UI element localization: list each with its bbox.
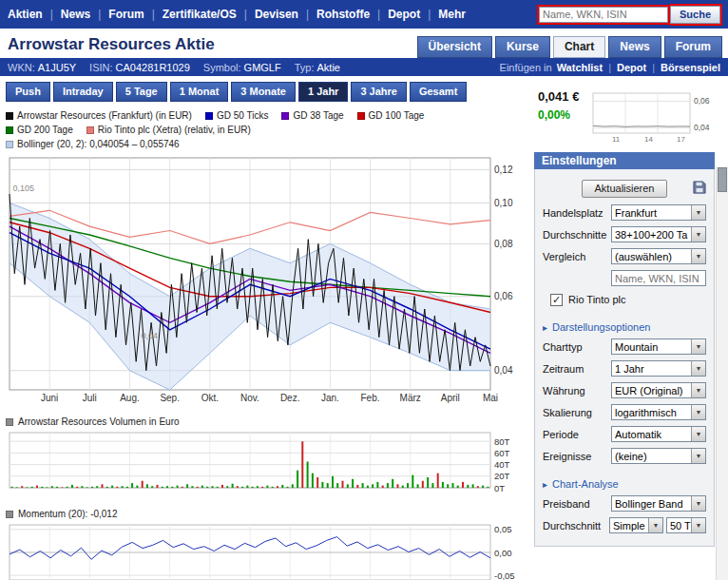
ereignisse-select[interactable]: (keine) ▼	[611, 448, 706, 464]
section-darstellungsoptionen[interactable]: ▸ Darstellungsoptionen	[535, 310, 714, 336]
range-tabs: Push Intraday 5 Tage 1 Monat 3 Monate 1 …	[6, 82, 530, 102]
dropdown-arrow-icon: ▼	[691, 383, 705, 397]
field-periode: Periode Automatik ▼	[535, 423, 714, 445]
update-button[interactable]: Aktualisieren	[582, 180, 668, 198]
durchschnitte-select[interactable]: 38+100+200 Ta ▼	[611, 226, 706, 242]
range-tab-push[interactable]: Push	[6, 82, 50, 102]
settings-header: Einstellungen	[534, 152, 715, 169]
momentum-chart: 0,050,00-0,05	[4, 521, 528, 580]
nav-item-mehr[interactable]: Mehr	[420, 8, 466, 21]
range-tab-3-jahre[interactable]: 3 Jahre	[351, 82, 407, 102]
chart-column: Push Intraday 5 Tage 1 Monat 3 Monate 1 …	[0, 76, 530, 580]
svg-text:17: 17	[677, 135, 685, 143]
dropdown-arrow-icon: ▼	[691, 361, 705, 376]
durchschnitt-period-select[interactable]: 50 T ▼	[666, 517, 706, 533]
vergleich-select[interactable]: (auswählen) ▼	[611, 248, 706, 264]
page-title: Arrowstar Resources Aktie	[8, 35, 215, 58]
svg-text:0,04: 0,04	[694, 123, 710, 132]
nav-item-devisen[interactable]: Devisen	[237, 8, 298, 21]
compare-checkbox[interactable]: ✓	[550, 294, 563, 306]
field-compare-input	[535, 267, 714, 289]
svg-text:0,00: 0,00	[494, 548, 512, 558]
save-icon[interactable]	[693, 181, 706, 198]
top-navigation: Aktien News Forum Zertifikate/OS Devisen…	[0, 0, 728, 29]
range-tab-1-jahr[interactable]: 1 Jahr	[298, 82, 348, 102]
periode-select[interactable]: Automatik ▼	[611, 426, 706, 442]
tab-kurse[interactable]: Kurse	[495, 36, 550, 58]
momentum-chart-title: Momentum (20): -0,012	[6, 509, 530, 519]
search-highlight-annotation	[537, 5, 670, 25]
search-input[interactable]	[539, 7, 668, 23]
field-ereignisse: Ereignisse (keine) ▼	[535, 445, 714, 467]
nav-search: Suche	[537, 4, 722, 26]
momentum-swatch-icon	[6, 511, 13, 518]
legend-gd100: GD 100 Tage	[357, 110, 425, 121]
range-tab-intraday[interactable]: Intraday	[53, 82, 113, 102]
link-depot[interactable]: Depot	[603, 62, 646, 73]
nav-item-depot[interactable]: Depot	[370, 8, 420, 21]
tab-uebersicht[interactable]: Übersicht	[417, 36, 492, 58]
search-button-highlight-annotation: Suche	[670, 4, 722, 26]
dropdown-arrow-icon: ▼	[691, 427, 705, 441]
legend-arrowstar: Arrowstar Resources (Frankfurt) (in EUR)	[6, 110, 192, 121]
instrument-info-bar: WKN:A1JU5Y ISIN:CA04281R1029 Symbol:GMGL…	[0, 58, 728, 76]
watchlist-links: Einfügen in Watchlist Depot Börsenspiel	[500, 62, 720, 73]
svg-text:20T: 20T	[494, 471, 510, 481]
settings-panel: Aktualisieren Handelsplatz Frankfurt ▼	[534, 169, 715, 547]
sidebar-scrollbar[interactable]	[716, 166, 728, 580]
legend-rio-tinto: Rio Tinto plc (Xetra) (relativ, in EUR)	[86, 125, 251, 135]
svg-text:Aug.: Aug.	[120, 393, 140, 403]
range-tab-3-monate[interactable]: 3 Monate	[231, 82, 296, 102]
handelsplatz-select[interactable]: Frankfurt ▼	[611, 204, 706, 221]
legend-bollinger: Bollinger (20, 2): 0,040054 – 0,055746	[6, 139, 180, 149]
svg-text:11: 11	[612, 135, 621, 143]
svg-text:0,08: 0,08	[494, 239, 513, 249]
gd100-swatch-icon	[357, 112, 365, 120]
dropdown-arrow-icon: ▼	[691, 518, 705, 532]
charttyp-select[interactable]: Mountain ▼	[611, 338, 706, 355]
dropdown-arrow-icon: ▼	[691, 449, 705, 463]
svg-text:14: 14	[644, 135, 653, 143]
nav-item-rohstoffe[interactable]: Rohstoffe	[298, 8, 370, 21]
section-chart-analyse[interactable]: ▸ Chart-Analyse	[535, 467, 714, 493]
legend-gd50: GD 50 Ticks	[205, 110, 268, 121]
gd200-swatch-icon	[6, 126, 13, 134]
nav-item-forum[interactable]: Forum	[90, 8, 144, 21]
field-skalierung: Skalierung logarithmisch ▼	[535, 401, 714, 423]
zeitraum-select[interactable]: 1 Jahr ▼	[611, 360, 706, 377]
dropdown-arrow-icon: ▼	[648, 518, 662, 532]
svg-text:April: April	[441, 393, 460, 403]
wkn-pair: WKN:A1JU5Y	[8, 62, 76, 73]
durchschnitt-type-select[interactable]: Simple ▼	[609, 517, 663, 533]
search-button[interactable]: Suche	[670, 6, 720, 24]
preisband-select[interactable]: Bollinger Band ▼	[611, 495, 706, 512]
quote-block: 0,041 € 0,00% 0,060,04111417	[530, 76, 728, 145]
svg-text:60T: 60T	[494, 448, 510, 458]
waehrung-select[interactable]: EUR (Original) ▼	[611, 382, 706, 398]
scrollbar-thumb[interactable]	[718, 167, 727, 192]
compare-input[interactable]	[611, 270, 706, 286]
field-durchschnitte: Durchschnitte 38+100+200 Ta ▼	[535, 223, 714, 245]
dropdown-arrow-icon: ▼	[691, 227, 705, 242]
nav-item-zertifikate[interactable]: Zertifikate/OS	[144, 8, 237, 21]
nav-item-aktien[interactable]: Aktien	[8, 8, 43, 21]
link-boersenspiel[interactable]: Börsenspiel	[646, 62, 720, 73]
nav-item-news[interactable]: News	[43, 8, 90, 21]
svg-text:0,06: 0,06	[694, 96, 710, 106]
range-tab-5-tage[interactable]: 5 Tage	[116, 82, 167, 102]
tab-chart[interactable]: Chart	[553, 36, 605, 58]
isin-pair: ISIN:CA04281R1029	[89, 62, 190, 73]
skalierung-select[interactable]: logarithmisch ▼	[611, 404, 706, 420]
tab-news[interactable]: News	[608, 36, 661, 58]
range-tab-1-monat[interactable]: 1 Monat	[170, 82, 229, 102]
svg-text:Jan.: Jan.	[321, 393, 339, 403]
svg-text:0,06: 0,06	[494, 291, 513, 301]
tab-forum[interactable]: Forum	[664, 36, 722, 58]
volume-swatch-icon	[6, 418, 13, 426]
arrowstar-swatch-icon	[6, 112, 13, 120]
symbol-pair: Symbol:GMGLF	[203, 62, 281, 73]
svg-text:Sep.: Sep.	[160, 393, 180, 403]
link-watchlist[interactable]: Watchlist	[557, 62, 603, 73]
range-tab-gesamt[interactable]: Gesamt	[410, 82, 467, 102]
dropdown-arrow-icon: ▼	[691, 339, 705, 354]
